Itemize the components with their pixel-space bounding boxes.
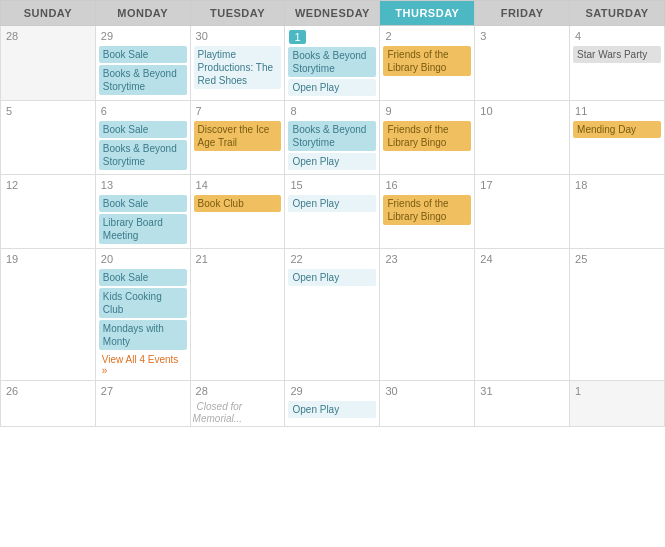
date-number: 29: [287, 383, 377, 400]
date-number: 6: [98, 103, 188, 120]
calendar-event[interactable]: Open Play: [288, 79, 376, 96]
calendar-event[interactable]: Mending Day: [573, 121, 661, 138]
date-number: 18: [572, 177, 662, 194]
calendar-header-saturday: SATURDAY: [570, 1, 665, 26]
calendar-header-monday: MONDAY: [95, 1, 190, 26]
calendar-cell: 8Books & Beyond StorytimeOpen Play: [285, 101, 380, 175]
calendar-event[interactable]: Book Club: [194, 195, 282, 212]
calendar-header-wednesday: WEDNESDAY: [285, 1, 380, 26]
date-number: 8: [287, 103, 377, 120]
calendar-cell: 24: [475, 249, 570, 381]
calendar-event[interactable]: Open Play: [288, 269, 376, 286]
calendar-event[interactable]: Book Sale: [99, 121, 187, 138]
date-number: 19: [3, 251, 93, 268]
calendar-header-thursday: THURSDAY: [380, 1, 475, 26]
calendar-cell: 28Closed for Memorial...: [190, 381, 285, 427]
calendar-cell: 31: [475, 381, 570, 427]
view-all-events-link[interactable]: View All 4 Events »: [98, 352, 188, 378]
calendar-cell: 1: [570, 381, 665, 427]
calendar-body: 2829Book SaleBooks & Beyond Storytime30P…: [1, 26, 665, 427]
calendar-event[interactable]: Open Play: [288, 153, 376, 170]
calendar-cell: 30Playtime Productions: The Red Shoes: [190, 26, 285, 101]
date-number: 28: [193, 383, 283, 400]
calendar-cell: 3: [475, 26, 570, 101]
date-number: 5: [3, 103, 93, 120]
date-number: 21: [193, 251, 283, 268]
date-number: 20: [98, 251, 188, 268]
calendar-cell: 23: [380, 249, 475, 381]
closed-event: Closed for Memorial...: [193, 399, 246, 426]
date-number: 11: [572, 103, 662, 120]
calendar-cell: 18: [570, 175, 665, 249]
calendar-header-friday: FRIDAY: [475, 1, 570, 26]
calendar-event[interactable]: Playtime Productions: The Red Shoes: [194, 46, 282, 89]
date-number: 30: [382, 383, 472, 400]
calendar-cell: 30: [380, 381, 475, 427]
week-row-1: 56Book SaleBooks & Beyond Storytime7Disc…: [1, 101, 665, 175]
calendar-event[interactable]: Books & Beyond Storytime: [99, 140, 187, 170]
calendar-cell: 27: [95, 381, 190, 427]
calendar-cell: 25: [570, 249, 665, 381]
calendar-cell: 4Star Wars Party: [570, 26, 665, 101]
date-number: 15: [287, 177, 377, 194]
calendar-event[interactable]: Open Play: [288, 401, 376, 418]
calendar-cell: 2Friends of the Library Bingo: [380, 26, 475, 101]
calendar-event[interactable]: Friends of the Library Bingo: [383, 46, 471, 76]
calendar-cell: 17: [475, 175, 570, 249]
calendar-event[interactable]: Mondays with Monty: [99, 320, 187, 350]
week-row-0: 2829Book SaleBooks & Beyond Storytime30P…: [1, 26, 665, 101]
date-number: 28: [3, 28, 93, 45]
date-number: 31: [477, 383, 567, 400]
date-number: 30: [193, 28, 283, 45]
calendar-cell: 11Mending Day: [570, 101, 665, 175]
calendar-event[interactable]: Books & Beyond Storytime: [288, 121, 376, 151]
date-number: 4: [572, 28, 662, 45]
calendar-cell: 20Book SaleKids Cooking ClubMondays with…: [95, 249, 190, 381]
calendar-cell: 15Open Play: [285, 175, 380, 249]
calendar-cell: 21: [190, 249, 285, 381]
calendar-event[interactable]: Books & Beyond Storytime: [99, 65, 187, 95]
calendar-event[interactable]: Discover the Ice Age Trail: [194, 121, 282, 151]
calendar-cell: 10: [475, 101, 570, 175]
calendar-header-tuesday: TUESDAY: [190, 1, 285, 26]
calendar-event[interactable]: Book Sale: [99, 46, 187, 63]
calendar-cell: 12: [1, 175, 96, 249]
calendar-event[interactable]: Library Board Meeting: [99, 214, 187, 244]
calendar-event[interactable]: Book Sale: [99, 195, 187, 212]
date-number: 3: [477, 28, 567, 45]
calendar-cell: 7Discover the Ice Age Trail: [190, 101, 285, 175]
date-number: 2: [382, 28, 472, 45]
date-number: 27: [98, 383, 188, 400]
date-number: 24: [477, 251, 567, 268]
calendar-cell: 29Book SaleBooks & Beyond Storytime: [95, 26, 190, 101]
date-number: 23: [382, 251, 472, 268]
calendar-header-sunday: SUNDAY: [1, 1, 96, 26]
calendar-cell: 1Books & Beyond StorytimeOpen Play: [285, 26, 380, 101]
date-number: 7: [193, 103, 283, 120]
date-number: 17: [477, 177, 567, 194]
week-row-4: 262728Closed for Memorial...29Open Play3…: [1, 381, 665, 427]
calendar-cell: 14Book Club: [190, 175, 285, 249]
calendar-event[interactable]: Book Sale: [99, 269, 187, 286]
date-number: 9: [382, 103, 472, 120]
date-number: 22: [287, 251, 377, 268]
date-number: 10: [477, 103, 567, 120]
date-number: 13: [98, 177, 188, 194]
date-number: 29: [98, 28, 188, 45]
calendar: SUNDAYMONDAYTUESDAYWEDNESDAYTHURSDAYFRID…: [0, 0, 665, 427]
calendar-cell: 19: [1, 249, 96, 381]
calendar-event[interactable]: Books & Beyond Storytime: [288, 47, 376, 77]
calendar-event[interactable]: Kids Cooking Club: [99, 288, 187, 318]
calendar-cell: 13Book SaleLibrary Board Meeting: [95, 175, 190, 249]
date-number: 25: [572, 251, 662, 268]
calendar-event[interactable]: Open Play: [288, 195, 376, 212]
calendar-cell: 28: [1, 26, 96, 101]
calendar-event[interactable]: Friends of the Library Bingo: [383, 121, 471, 151]
calendar-event[interactable]: Friends of the Library Bingo: [383, 195, 471, 225]
week-row-3: 1920Book SaleKids Cooking ClubMondays wi…: [1, 249, 665, 381]
calendar-cell: 16Friends of the Library Bingo: [380, 175, 475, 249]
date-number: 16: [382, 177, 472, 194]
calendar-cell: 5: [1, 101, 96, 175]
calendar-cell: 29Open Play: [285, 381, 380, 427]
calendar-event[interactable]: Star Wars Party: [573, 46, 661, 63]
